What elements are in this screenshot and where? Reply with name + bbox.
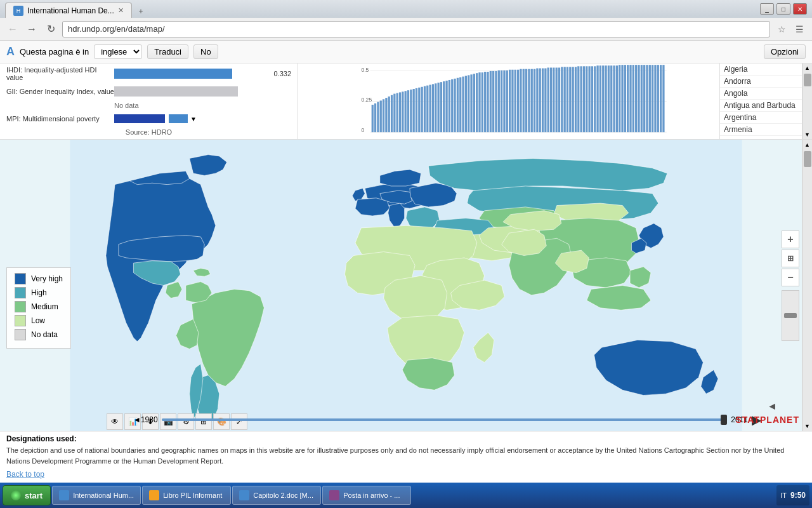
- timeline-thumb[interactable]: [721, 415, 727, 425]
- toolbar-eye-icon[interactable]: 👁: [107, 413, 123, 430]
- back-to-top-link[interactable]: Back to top: [6, 470, 806, 479]
- taskbar-item-posta[interactable]: Posta in arrivo - ...: [322, 486, 411, 505]
- taskbar-libro-label: Libro PIL Informant: [163, 491, 222, 499]
- tab-close-btn[interactable]: ✕: [118, 6, 124, 15]
- language-select[interactable]: inglese: [94, 44, 142, 59]
- svg-rect-13: [391, 95, 393, 132]
- window-controls: _ □ ✕: [760, 3, 807, 15]
- zoom-out-btn[interactable]: −: [782, 269, 799, 286]
- zoom-fit-btn[interactable]: ⊞: [782, 250, 799, 267]
- zoom-in-btn[interactable]: +: [782, 231, 799, 248]
- svg-rect-59: [517, 70, 519, 132]
- traduci-button[interactable]: Traduci: [147, 44, 188, 59]
- svg-rect-92: [608, 65, 610, 132]
- svg-rect-84: [586, 66, 587, 132]
- svg-rect-55: [506, 70, 508, 132]
- legend-label-no-data: No data: [31, 330, 58, 339]
- legend-high: High: [15, 287, 63, 298]
- svg-rect-10: [383, 99, 384, 132]
- svg-rect-101: [632, 65, 634, 132]
- svg-rect-95: [616, 65, 618, 132]
- svg-rect-17: [402, 91, 403, 132]
- svg-rect-52: [498, 70, 500, 132]
- designations-text: The depiction and use of national bounda…: [6, 445, 806, 466]
- address-bar[interactable]: hdr.undp.org/en/data/map/: [62, 21, 770, 37]
- svg-rect-105: [643, 65, 645, 132]
- map-arrow-left-btn[interactable]: ◄: [767, 401, 777, 412]
- svg-rect-93: [610, 65, 612, 132]
- map-slider[interactable]: [782, 290, 799, 341]
- svg-rect-58: [514, 70, 516, 132]
- hdi-value: 0.332: [273, 70, 291, 77]
- svg-rect-12: [388, 97, 390, 132]
- country-list-scrollbar[interactable]: ▲ ▼: [802, 64, 812, 139]
- taskbar-browser-label: International Hum...: [73, 491, 134, 499]
- country-item-armenia[interactable]: Armenia: [720, 124, 802, 136]
- svg-rect-83: [583, 66, 585, 132]
- country-item-antigua[interactable]: Antigua and Barbuda: [720, 100, 802, 112]
- map-section: Very high High Medium Low No data: [0, 140, 812, 431]
- page-scrollbar[interactable]: ▲ ▼: [802, 140, 812, 431]
- svg-rect-40: [465, 76, 467, 132]
- country-item-angola[interactable]: Angola: [720, 88, 802, 100]
- svg-rect-54: [503, 70, 505, 132]
- svg-rect-85: [588, 66, 590, 132]
- country-item-algeria[interactable]: Algeria: [720, 64, 802, 76]
- timeline-track[interactable]: [162, 418, 728, 421]
- svg-rect-35: [451, 79, 453, 132]
- svg-rect-18: [405, 91, 407, 132]
- gii-label: GII: Gender Inequality Index, value: [6, 88, 114, 95]
- back-btn[interactable]: ←: [5, 22, 20, 37]
- translate-bar: A Questa pagina è in inglese Traduci No …: [0, 41, 812, 64]
- translate-icon: A: [6, 45, 15, 58]
- svg-rect-26: [426, 86, 428, 133]
- svg-rect-48: [487, 72, 488, 132]
- reload-btn[interactable]: ↻: [43, 22, 58, 37]
- options-button[interactable]: Opzioni: [764, 44, 806, 59]
- minimize-btn[interactable]: _: [760, 3, 774, 15]
- active-tab[interactable]: H International Human De... ✕: [5, 3, 132, 18]
- country-item-argentina[interactable]: Argentina: [720, 112, 802, 124]
- timeline-progress: [162, 418, 728, 421]
- bar-chart-area: 0.5 0.25 0 // Generate bars inline via J…: [298, 64, 719, 139]
- forward-btn[interactable]: →: [24, 22, 39, 37]
- taskbar-posta-icon: [329, 490, 339, 500]
- legend-label-medium: Medium: [31, 302, 58, 311]
- mpi-bar-container: ▼: [114, 114, 291, 123]
- world-map[interactable]: [0, 140, 812, 431]
- legend-color-very-high: [15, 273, 26, 284]
- svg-rect-61: [523, 69, 525, 133]
- bookmark-star-icon[interactable]: ☆: [774, 22, 789, 37]
- tab-bar: H International Human De... ✕ +: [5, 0, 150, 18]
- legend-label-very-high: Very high: [31, 274, 63, 283]
- svg-rect-89: [599, 65, 601, 132]
- country-list: Algeria Andorra Angola Antigua and Barbu…: [719, 64, 802, 139]
- mpi-dropdown-arrow[interactable]: ▼: [190, 116, 197, 123]
- svg-rect-91: [605, 65, 606, 132]
- svg-rect-41: [468, 75, 469, 132]
- new-tab-btn[interactable]: +: [132, 5, 150, 18]
- data-left-panel: IHDI: Inequality-adjusted HDI value 0.33…: [0, 64, 298, 139]
- country-item-andorra[interactable]: Andorra: [720, 76, 802, 88]
- svg-rect-99: [627, 65, 629, 132]
- menu-icon[interactable]: ☰: [792, 22, 807, 37]
- svg-rect-94: [613, 65, 615, 132]
- svg-rect-34: [449, 80, 450, 132]
- taskbar-item-libro[interactable]: Libro PIL Informant: [142, 486, 231, 505]
- svg-rect-44: [476, 73, 478, 132]
- svg-rect-111: [660, 65, 662, 132]
- start-button[interactable]: start: [3, 485, 51, 505]
- maximize-btn[interactable]: □: [776, 3, 790, 15]
- close-btn[interactable]: ✕: [793, 3, 807, 15]
- tab-icon: H: [13, 6, 23, 16]
- svg-rect-25: [424, 86, 426, 132]
- no-button[interactable]: No: [193, 44, 218, 59]
- svg-rect-47: [484, 72, 486, 132]
- gii-bar: [114, 86, 238, 97]
- taskbar-item-capitolo[interactable]: Capitolo 2.doc [M...: [232, 486, 321, 505]
- svg-rect-64: [531, 69, 533, 133]
- taskbar-item-browser[interactable]: International Hum...: [52, 486, 141, 505]
- svg-rect-63: [528, 69, 530, 133]
- slider-handle: [784, 313, 797, 318]
- svg-rect-53: [501, 70, 502, 132]
